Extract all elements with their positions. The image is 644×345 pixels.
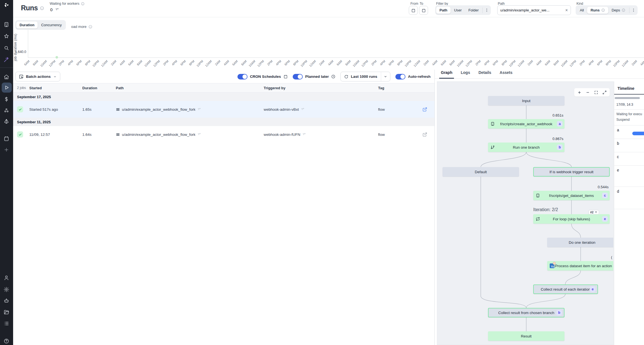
flow-node-step_b[interactable]: Run one branchb: [488, 143, 564, 152]
calendar-icon: [283, 74, 288, 79]
segment-folder[interactable]: Folder: [465, 7, 482, 14]
filter-plus-icon[interactable]: [197, 132, 201, 136]
tab-graph[interactable]: Graph: [441, 70, 452, 78]
user-icon[interactable]: [4, 275, 9, 281]
node-label: Input: [522, 99, 530, 103]
chart-tab-concurrency[interactable]: Concurrency: [38, 21, 65, 28]
last-runs-split-button: Last 1000 runs: [340, 72, 390, 81]
flow-graph-canvas[interactable]: Inputf/scripts/create_actor_webhooka0.65…: [437, 81, 614, 345]
segment-runs[interactable]: Runs: [587, 7, 608, 14]
timeline-row-a[interactable]: a: [614, 126, 644, 139]
cron-schedules-toggle[interactable]: [237, 74, 247, 79]
dollar-icon[interactable]: [4, 96, 9, 102]
segment-all[interactable]: All: [576, 7, 587, 14]
segment-path[interactable]: Path: [436, 7, 451, 14]
zoom-in-icon[interactable]: [577, 90, 581, 95]
pyramid-icon[interactable]: [4, 119, 9, 124]
building-icon[interactable]: [4, 22, 9, 27]
filter-plus-icon[interactable]: [197, 107, 201, 111]
segment-deps[interactable]: Deps: [608, 7, 629, 14]
calendar-icon[interactable]: [4, 136, 9, 141]
from-date-button[interactable]: [409, 6, 418, 15]
horizontal-scrollbar[interactable]: [615, 97, 640, 99]
timeline-row-e[interactable]: e: [614, 166, 644, 187]
planned-later-toggle[interactable]: [293, 74, 303, 79]
iteration-selector[interactable]: #2: [588, 210, 599, 214]
load-more[interactable]: oad more: [71, 25, 92, 29]
info-icon[interactable]: [40, 6, 44, 10]
path-cell[interactable]: u/admin/example_actor_webhook_flow_fork: [116, 132, 264, 137]
segment-label: Folder: [468, 8, 479, 12]
last-runs-dropdown[interactable]: [381, 72, 390, 81]
menu-icon[interactable]: [116, 132, 120, 137]
started-cell: 11/09, 12:57: [29, 132, 82, 137]
clear-path-icon[interactable]: ×: [565, 8, 568, 13]
settings-icon[interactable]: [4, 287, 9, 292]
flow-node-step_c[interactable]: f/scripts/get_dataset_itemsc: [533, 191, 610, 200]
folder-icon[interactable]: [4, 310, 9, 315]
flow-node-step_e[interactable]: For loop (skip failures)e: [533, 214, 610, 224]
plus-icon[interactable]: [4, 147, 9, 153]
filter-plus-icon[interactable]: [302, 132, 306, 136]
open-run-cell: [415, 132, 434, 137]
filter-plus-icon[interactable]: [301, 107, 305, 111]
robot-icon[interactable]: [4, 298, 9, 303]
timeline-timestamp: 17/09, 14:3: [616, 103, 644, 107]
flow-node-collect_branch[interactable]: Collect result from chosen branchb: [488, 308, 564, 317]
external-link-icon[interactable]: [422, 132, 427, 137]
sidebar-item-runs[interactable]: [2, 83, 12, 93]
filter-plus-icon[interactable]: [55, 8, 59, 12]
batch-actions-button[interactable]: Batch actions: [15, 72, 60, 81]
timeline-row-c[interactable]: c: [614, 152, 644, 166]
list-icon[interactable]: [4, 321, 9, 326]
external-link-icon[interactable]: [422, 107, 427, 112]
tab-assets[interactable]: Assets: [500, 70, 513, 78]
last-runs-button[interactable]: Last 1000 runs: [341, 72, 381, 81]
help-icon[interactable]: [4, 338, 9, 344]
info-icon[interactable]: [81, 2, 85, 6]
path-input[interactable]: [500, 8, 565, 12]
expand-icon[interactable]: [602, 90, 607, 95]
timeline-row-b[interactable]: b: [614, 139, 644, 152]
run-data-point[interactable]: [56, 56, 58, 59]
app-sidebar: [0, 0, 13, 345]
col-tag: Tag: [378, 86, 415, 90]
flow-node-step_a[interactable]: f/scripts/create_actor_webhooka: [488, 119, 564, 129]
table-row[interactable]: Started 517s ago1.65su/admin/example_act…: [13, 101, 434, 118]
flow-node-result[interactable]: Result: [488, 331, 564, 341]
to-date-button[interactable]: [419, 6, 428, 15]
node-label: Default: [475, 170, 487, 174]
fit-view-icon[interactable]: [594, 90, 598, 95]
auto-refresh-toggle[interactable]: [395, 74, 405, 79]
zoom-out-icon[interactable]: [586, 90, 590, 95]
star-icon[interactable]: [4, 33, 9, 39]
flow-node-branch_default[interactable]: Default: [443, 167, 519, 177]
search-icon[interactable]: [4, 45, 9, 51]
tab-details[interactable]: Details: [479, 70, 491, 78]
path-cell[interactable]: u/admin/example_actor_webhook_flow_fork: [116, 107, 264, 112]
tab-logs[interactable]: Logs: [461, 70, 470, 78]
timeline-row-d[interactable]: d: [614, 187, 644, 209]
flow-node-step_d[interactable]: Process dataset item for an actionTS: [547, 261, 614, 271]
table-row[interactable]: 11/09, 12:571.64su/admin/example_actor_w…: [13, 126, 434, 143]
waiting-for-workers-label: Waiting for workers: [50, 2, 85, 6]
step-badge: a: [557, 121, 563, 127]
home-icon[interactable]: [4, 74, 9, 80]
started-cell: Started 517s ago: [29, 107, 82, 112]
flow-node-input[interactable]: Input: [488, 96, 564, 105]
cluster-icon[interactable]: [4, 108, 9, 113]
flow-node-branch_if[interactable]: If is webhook trigger result: [533, 167, 610, 177]
kebab-menu-icon[interactable]: [630, 8, 637, 12]
kebab-menu-icon[interactable]: [483, 8, 490, 12]
menu-icon[interactable]: [116, 107, 120, 112]
chart-tab-duration[interactable]: Duration: [16, 21, 38, 28]
timeline-row-label: d: [617, 189, 619, 194]
wand-icon[interactable]: [4, 57, 9, 62]
runs-table-header: 2 jobs Started Duration Path Triggered b…: [13, 83, 434, 93]
flow-node-do_iteration[interactable]: Do one iteration: [547, 238, 614, 247]
tag-cell: flow: [378, 107, 415, 112]
flow-node-collect_iteration[interactable]: Collect result of each iteratione: [533, 284, 598, 294]
segment-user[interactable]: User: [451, 7, 465, 14]
timeline-legend-waiting: Waiting for execu: [616, 112, 642, 116]
from-label: From: [410, 2, 418, 6]
